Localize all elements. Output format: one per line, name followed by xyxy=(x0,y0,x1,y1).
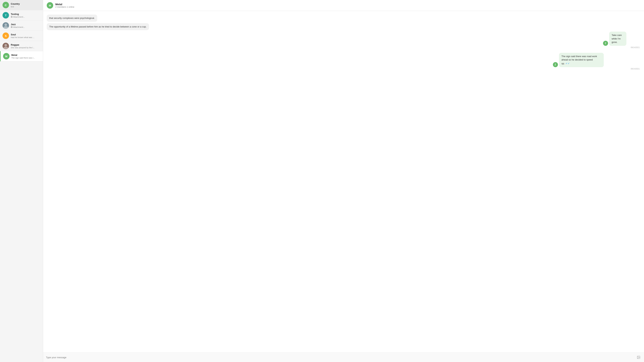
sidebar: C Country test T Testing 🖼Attachment... … xyxy=(0,0,43,362)
item-info-metal: Metal The sign said there was r... xyxy=(11,54,40,59)
sidebar-item-testing[interactable]: T Testing 🖼Attachment... xyxy=(0,10,43,20)
read-tick: ✓✓ xyxy=(566,62,570,65)
channel-meta: 2 members 1 online xyxy=(55,6,74,8)
item-info-soul: Soul Had he known what was ... xyxy=(11,33,40,38)
message-with-avatar-msg6: The sign said there was road work ahead … xyxy=(553,53,640,67)
chat-header: M Metal 2 members 1 online xyxy=(43,0,644,11)
item-info-testing: Testing 🖼Attachment... xyxy=(11,13,40,18)
sidebar-item-reggae[interactable]: Reggae She was amazed by the l... xyxy=(0,41,43,51)
message-bubble-msg3: Take care while I'm gone. xyxy=(609,31,626,46)
svg-point-4 xyxy=(4,44,7,46)
item-preview-country: test xyxy=(11,5,40,8)
avatar-country: C xyxy=(2,2,9,8)
message-bubble-msg1: that security complexes were psychologic… xyxy=(47,14,97,22)
message-with-avatar-msg3: Take care while I'm gone. Z xyxy=(603,31,640,46)
attach-button[interactable] xyxy=(636,355,641,360)
item-preview-reggae: She was amazed by the l... xyxy=(11,46,40,49)
avatar-metal: M xyxy=(3,53,10,59)
sidebar-item-soul[interactable]: S Soul Had he known what was ... xyxy=(0,31,43,41)
item-info-jazz: Jazz 🖼Attachment... xyxy=(11,23,40,28)
item-name-metal: Metal xyxy=(11,54,40,56)
channel-name: Metal xyxy=(55,3,74,6)
chat-header-avatar: M xyxy=(47,2,53,8)
sidebar-item-country[interactable]: C Country test xyxy=(0,0,43,10)
item-name-testing: Testing xyxy=(11,13,40,15)
message-bubble-msg2: The opportunity of a lifetime passed bef… xyxy=(47,23,149,30)
message-row-msg3: Take care while I'm gone. Z 09/14/2021 xyxy=(47,31,640,48)
avatar-reggae xyxy=(2,43,9,49)
avatar-testing: T xyxy=(2,12,9,18)
item-info-country: Country test xyxy=(11,2,40,8)
message-bubble-msg6: The sign said there was road work ahead … xyxy=(559,53,604,67)
message-row-msg2: The opportunity of a lifetime passed bef… xyxy=(47,23,640,30)
chat-area: M Metal 2 members 1 online that security… xyxy=(43,0,644,362)
svg-point-1 xyxy=(4,23,7,26)
item-preview-testing: 🖼Attachment... xyxy=(11,16,40,18)
item-info-reggae: Reggae She was amazed by the l... xyxy=(11,43,40,49)
sender-avatar-msg3: Z xyxy=(603,41,608,46)
message-row-msg6: The sign said there was road work ahead … xyxy=(47,53,640,70)
message-timestamp-msg6: 09/14/2021 xyxy=(631,68,640,70)
item-name-jazz: Jazz xyxy=(11,23,40,26)
sidebar-item-metal[interactable]: M Metal The sign said there was r... xyxy=(0,51,43,61)
messages-container: that security complexes were psychologic… xyxy=(43,11,644,353)
item-name-reggae: Reggae xyxy=(11,43,40,46)
chat-header-info: Metal 2 members 1 online xyxy=(55,3,74,8)
item-preview-metal: The sign said there was r... xyxy=(11,57,40,59)
attachment-icon: 🖼 xyxy=(11,16,12,18)
avatar-soul: S xyxy=(2,32,9,39)
message-input[interactable] xyxy=(46,355,634,360)
message-input-area xyxy=(43,353,644,362)
svg-point-7 xyxy=(638,357,638,357)
avatar-jazz xyxy=(2,22,9,29)
item-preview-jazz: 🖼Attachment... xyxy=(11,26,40,28)
attachment-icon: 🖼 xyxy=(11,26,12,28)
item-preview-soul: Had he known what was ... xyxy=(11,36,40,38)
message-row-msg1: that security complexes were psychologic… xyxy=(47,14,640,22)
item-name-country: Country xyxy=(11,2,40,5)
sidebar-item-jazz[interactable]: Jazz 🖼Attachment... xyxy=(0,20,43,31)
item-name-soul: Soul xyxy=(11,33,40,36)
sender-avatar-msg6: Z xyxy=(553,62,558,67)
message-timestamp-msg3: 09/14/2021 xyxy=(631,46,640,48)
